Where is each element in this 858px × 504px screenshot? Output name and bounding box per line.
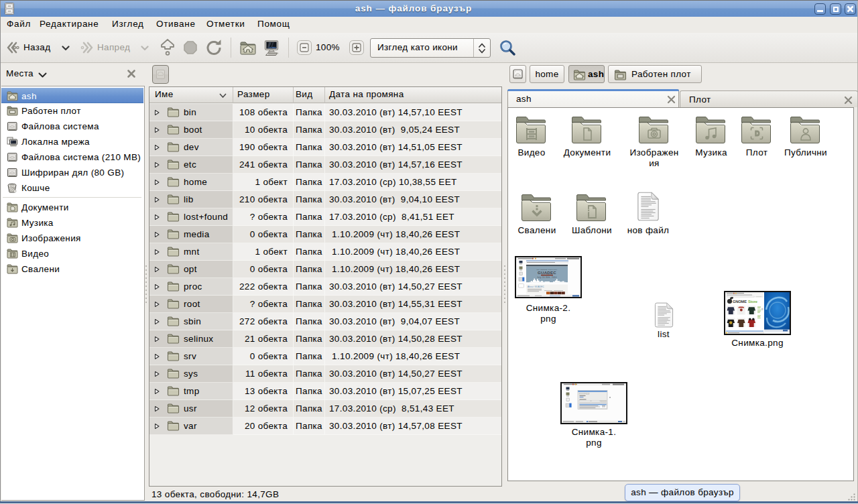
svg-text:About GUADEC: About GUADEC: [528, 286, 544, 288]
svg-text:GUADEC: GUADEC: [538, 270, 556, 275]
svg-text:Store: Store: [748, 300, 758, 304]
svg-text:GNOME: GNOME: [733, 300, 747, 304]
svg-text:July 24-30th, 2010: July 24-30th, 2010: [537, 276, 556, 279]
